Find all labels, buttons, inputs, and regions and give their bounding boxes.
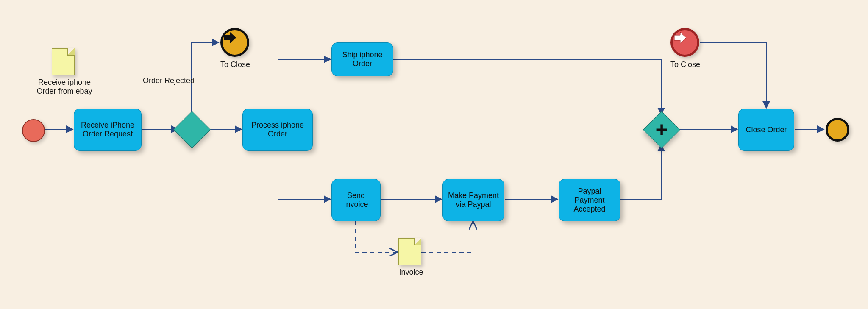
task-label: Send Invoice (335, 191, 377, 209)
start-event[interactable] (22, 119, 45, 142)
task-label: Ship iphone Order (335, 50, 389, 68)
gateway-parallel-join[interactable]: + (643, 111, 680, 148)
gateway-decision[interactable] (173, 111, 211, 148)
task-label: Receive iPhone Order Request (78, 121, 138, 139)
link-throw-label: To Close (216, 60, 254, 69)
task-label: Close Order (746, 125, 787, 134)
task-process-order[interactable]: Process iphone Order (242, 109, 313, 151)
task-label: Paypal Payment Accepted (562, 187, 617, 214)
arrow-right-icon (223, 30, 238, 45)
data-object-receive-order (52, 48, 75, 75)
task-payment-accepted[interactable]: Paypal Payment Accepted (559, 179, 620, 221)
flow-connectors (0, 0, 868, 309)
data-object-receive-order-label: Receive iphone Order from ebay (35, 78, 94, 96)
task-label: Process iphone Order (246, 121, 309, 139)
end-event[interactable] (826, 118, 849, 142)
task-receive-order[interactable]: Receive iPhone Order Request (74, 109, 142, 151)
task-close-order[interactable]: Close Order (738, 109, 794, 151)
task-ship-order[interactable]: Ship iphone Order (331, 42, 393, 76)
task-send-invoice[interactable]: Send Invoice (331, 179, 381, 221)
edge-label-order-rejected: Order Rejected (135, 76, 203, 85)
link-catch-label: To Close (666, 60, 704, 69)
data-object-invoice-label: Invoice (394, 268, 428, 277)
plus-icon: + (649, 117, 674, 142)
link-throw-to-close[interactable] (220, 28, 249, 57)
task-make-payment[interactable]: Make Payment via Paypal (442, 179, 504, 221)
link-catch-to-close[interactable] (670, 28, 699, 57)
arrow-right-icon (673, 30, 688, 45)
task-label: Make Payment via Paypal (446, 191, 501, 209)
data-object-invoice (398, 238, 421, 265)
